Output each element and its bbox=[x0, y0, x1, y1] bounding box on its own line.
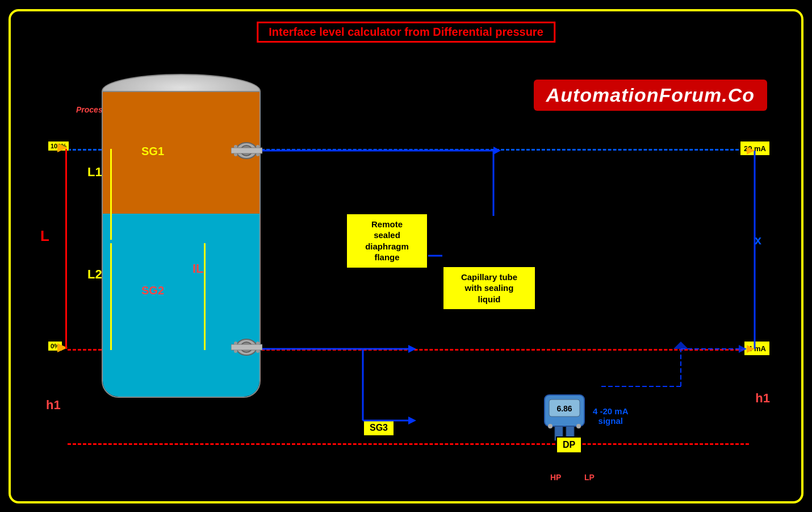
svg-point-4 bbox=[234, 153, 237, 156]
title-box: Interface level calculator from Differen… bbox=[257, 22, 555, 43]
sg3-box: SG3 bbox=[363, 419, 395, 436]
svg-point-5 bbox=[256, 145, 259, 148]
tank-area bbox=[68, 57, 317, 432]
sg2-label: SG2 bbox=[141, 284, 164, 297]
svg-rect-9 bbox=[231, 344, 262, 350]
svg-point-6 bbox=[256, 153, 259, 156]
sg1-label: SG1 bbox=[141, 145, 164, 158]
svg-marker-31 bbox=[408, 417, 416, 424]
line-l2 bbox=[110, 243, 112, 350]
dp-box: DP bbox=[556, 436, 582, 453]
dp-label: DP bbox=[563, 440, 575, 449]
line-il bbox=[204, 243, 206, 350]
svg-rect-2 bbox=[231, 148, 262, 153]
l-main-label: L bbox=[40, 227, 49, 245]
line-L bbox=[65, 149, 67, 349]
logo-text: AutomationForum.Co bbox=[546, 84, 755, 106]
svg-point-11 bbox=[234, 349, 237, 353]
svg-point-3 bbox=[234, 145, 237, 148]
l2-label: L2 bbox=[87, 267, 102, 282]
svg-point-20 bbox=[576, 424, 581, 428]
dashed-line-h1 bbox=[68, 443, 749, 445]
svg-marker-23 bbox=[493, 147, 501, 155]
svg-text:6.86: 6.86 bbox=[556, 404, 572, 413]
hp-label: HP bbox=[550, 473, 561, 482]
tank-sg2-layer bbox=[103, 214, 259, 397]
diaphragm-flange-box: Remotesealeddiaphragmflange bbox=[346, 213, 428, 269]
sg3-label: SG3 bbox=[370, 423, 388, 432]
main-container: Interface level calculator from Differen… bbox=[9, 9, 803, 503]
line-l1 bbox=[110, 149, 112, 240]
logo-box: AutomationForum.Co bbox=[534, 80, 767, 111]
diaphragm-flange-text: Remotesealeddiaphragmflange bbox=[365, 219, 409, 263]
signal-label: 4 -20 mAsignal bbox=[593, 406, 629, 426]
ma4-box: 4 mA bbox=[744, 341, 770, 356]
svg-point-10 bbox=[234, 342, 237, 345]
x-label: x bbox=[755, 233, 761, 248]
page-title: Interface level calculator from Differen… bbox=[269, 26, 543, 38]
ma4-label: 4 mA bbox=[748, 344, 766, 353]
svg-point-19 bbox=[548, 424, 553, 428]
capillary-tube-box: Capillary tubewith sealingliquid bbox=[442, 266, 536, 311]
capillary-tube-text: Capillary tubewith sealingliquid bbox=[461, 272, 517, 304]
h1-right-label: h1 bbox=[755, 391, 770, 406]
h1-left-label: h1 bbox=[46, 398, 61, 413]
svg-point-13 bbox=[256, 349, 259, 353]
flange-top bbox=[231, 141, 262, 161]
svg-marker-35 bbox=[673, 342, 688, 349]
il-label: IL bbox=[192, 261, 204, 276]
flange-bottom bbox=[231, 338, 262, 357]
svg-point-12 bbox=[256, 342, 259, 345]
l1-label: L1 bbox=[87, 165, 102, 180]
ma20-label: 20 mA bbox=[744, 144, 766, 153]
ma20-box: 20 mA bbox=[740, 141, 770, 156]
lp-label: LP bbox=[584, 473, 595, 482]
